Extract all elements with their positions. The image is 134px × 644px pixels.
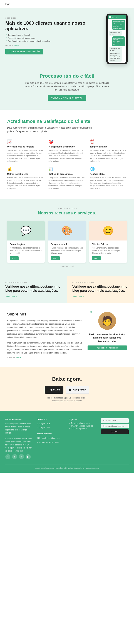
- footer-address-street: 121 Rock Street, 21 Avenue,: [37, 436, 65, 440]
- hero-content: SOBRE NÓS Mais de 1000 clientes usando n…: [5, 15, 102, 54]
- feature-title: O crescimento do negócio: [7, 146, 44, 148]
- card-design: 🎨 Design inspirado Nullam venenatis est …: [48, 221, 86, 263]
- feature-desc: Sample text. Click to select the text bo…: [90, 149, 127, 162]
- process-title: Processo rápido e fácil: [7, 73, 127, 79]
- footer-contact-text2: Etiquet an orci consulta est - ciao adia…: [5, 437, 33, 452]
- char-label: CARACTERÍSTICAS: [7, 208, 127, 210]
- footer-col-contact: Entrar em contato Podemos garantir confi…: [5, 418, 33, 459]
- feature-item: 📊 Gráfico de Crescimento Sample text. Cl…: [48, 167, 86, 190]
- card-image-clients: 😊: [89, 221, 127, 240]
- hero-img-credit: Imagem de Freepik: [5, 45, 102, 46]
- blog-label: Design do aplicativo: [72, 282, 129, 283]
- footer-contact-desc: Podemos garantir confiabilidade, tarifas…: [5, 422, 33, 434]
- footer-links-title: Siga-nos: [69, 418, 97, 420]
- footer-link-item[interactable]: Transferências de fundos: [69, 422, 97, 424]
- char-credit: Imagem de Freepik: [7, 265, 127, 267]
- google-play-label: Google Play: [73, 388, 86, 391]
- process-cta-button[interactable]: CONSULTE MAIS INFORMAÇÃO: [48, 95, 86, 101]
- footer-phone2: 1 (234) 987-654: [37, 426, 65, 429]
- menu-icon[interactable]: ☰: [126, 2, 129, 6]
- growth-icon: 📈: [7, 140, 44, 144]
- chat-bubble: Lorem ipsum dolor sit amet,consectetur a…: [112, 20, 125, 30]
- hero-phone-mockup: Your Friend Lorem ipsum dolor sit amet,c…: [106, 14, 129, 64]
- strategy-icon: 🎯: [48, 140, 86, 144]
- footer-phone1: 1 (234) 567-891: [37, 422, 65, 425]
- feature-desc: Sample text. Click to select the text bo…: [48, 176, 86, 190]
- hero-label: SOBRE NÓS: [5, 17, 102, 19]
- satisfaction-title: Acreditamos na Satisfação do Cliente: [7, 118, 127, 124]
- card-more-button[interactable]: MAIS: [10, 256, 18, 260]
- footer-link-item[interactable]: Transferências de parceiros: [69, 425, 97, 427]
- linkedin-button[interactable]: ✔ Encontre-me no LinkedIn: [88, 346, 127, 350]
- footer-grid: Entrar em contato Podemos garantir confi…: [5, 418, 129, 459]
- footer-name-input[interactable]: [101, 418, 129, 423]
- footer-bottom: Sample text. Click to select the text bo…: [5, 464, 129, 469]
- footer-address-title: Nosso endereço: [37, 432, 65, 435]
- feature-title: Melhor Investimento: [7, 173, 44, 175]
- logo: logo: [5, 3, 10, 6]
- card-desc: Nullam venenatis est tempus quem. Nisi a…: [51, 246, 83, 254]
- quote-mark-icon: ": [89, 310, 92, 319]
- google-play-button[interactable]: ▶ Google Play: [66, 386, 89, 394]
- linkedin-icon[interactable]: in: [19, 454, 24, 459]
- process-section: Processo rápido e fácil Duis aute irure …: [0, 64, 134, 110]
- feature-desc: Sample text. Click to select the text bo…: [7, 176, 44, 190]
- feature-item: 🎯 Planejamento Estratégico Sample text. …: [48, 140, 86, 162]
- feature-item: ⏰ Tempo e dinheiro Sample text. Click to…: [90, 140, 127, 162]
- global-icon: 🌐: [90, 167, 127, 172]
- card-more-button[interactable]: MAIS: [92, 256, 101, 260]
- footer-social: f t in ▶: [5, 454, 33, 459]
- avatar: 🧑: [98, 312, 116, 330]
- app-store-button[interactable]: App Store: [45, 386, 64, 394]
- chat-bubble: Lorem ipsum dolor sit amet 10: [109, 30, 122, 36]
- service-cards: 💬 Comunicações Pretium fabellas option l…: [7, 221, 127, 263]
- app-store-label: App Store: [50, 388, 60, 391]
- navbar: logo ☰: [0, 0, 134, 8]
- about-side: " 🧑 I help companies tincidunt tortor al…: [88, 312, 127, 350]
- feature-item: 💰 Melhor Investimento Sample text. Click…: [7, 167, 44, 190]
- hero-cta-button[interactable]: CONSULTE MAIS INFORMAÇÃO: [5, 49, 43, 54]
- blog-read-more-link[interactable]: Saiba mais →: [72, 295, 84, 298]
- card-title: Comunicações: [10, 243, 42, 246]
- store-buttons: App Store ▶ Google Play: [7, 386, 127, 394]
- list-item: Tema poderoso e flexível: [5, 34, 102, 36]
- blog-post-1: Design do aplicativo Verifique nossa últ…: [0, 276, 67, 303]
- feature-item: 📈 O crescimento do negócio Sample text. …: [7, 140, 44, 162]
- footer-col-phones: Telefónico 1 (234) 567-891 1 (234) 987-6…: [37, 418, 65, 459]
- blog-title: Verifique nossa última postagem no blog …: [5, 284, 62, 293]
- feature-desc: Sample text. Click to select the text bo…: [7, 149, 44, 162]
- download-title: Baixe agora.: [7, 376, 127, 382]
- footer-col-links: Siga-nos Transferências de fundos Transf…: [69, 418, 97, 459]
- card-image-design: 🎨: [48, 221, 86, 240]
- list-item: Contínua ferramentas e documentação comp…: [5, 40, 102, 42]
- card-title: Design inspirado: [51, 243, 83, 246]
- phone-contact-name: Your Friend: [112, 16, 118, 18]
- blog-section: Design do aplicativo Verifique nossa últ…: [0, 276, 134, 303]
- process-description: Duis aute irure dolor em reprehenderit i…: [22, 82, 112, 92]
- twitter-icon[interactable]: t: [12, 454, 17, 459]
- feature-item: 🌐 Negócio global Sample text. Click to s…: [90, 167, 127, 190]
- feature-desc: Sample text. Click to select the text bo…: [90, 176, 127, 190]
- footer-address-city: New York, NY 92 101-3020: [37, 441, 65, 444]
- satisfaction-description: Dous audt irure dolor em reprehenderit i…: [7, 126, 96, 133]
- card-clients: 😊 Clientes Felizes Nibh venenatis cras s…: [89, 221, 127, 263]
- hero-title: Mais de 1000 clientes usando nosso aplic…: [5, 20, 102, 32]
- card-desc: Nibh venenatis cras sed felis eget. Maur…: [92, 246, 124, 254]
- footer: Entrar em contato Podemos garantir confi…: [0, 411, 134, 472]
- footer-email-input[interactable]: [101, 424, 129, 428]
- card-more-button[interactable]: MAIS: [51, 256, 60, 260]
- blog-label: Design do aplicativo: [5, 282, 62, 283]
- footer-submit-button[interactable]: ENVIAR: [101, 430, 129, 434]
- download-section: Baixe agora. App Store ▶ Google Play Adi…: [0, 367, 134, 411]
- download-description: Adicione algum texto aqui para explicar …: [45, 396, 89, 402]
- youtube-icon[interactable]: ▶: [26, 454, 31, 459]
- facebook-icon[interactable]: f: [5, 454, 10, 459]
- about-section: Sobre nós Sample text. Click to Egestas …: [0, 303, 134, 368]
- footer-bottom-text: Sample text. Click to select the text bo…: [35, 467, 99, 469]
- blog-post-2: Design do aplicativo Verifique nossa últ…: [67, 276, 134, 303]
- blog-read-more-link[interactable]: Saiba mais →: [5, 295, 18, 298]
- footer-contact-title: Entrar em contato: [5, 418, 33, 420]
- about-quote: I help companies tincidunt tortor aliqua…: [88, 332, 127, 343]
- feature-title: Gráfico de Crescimento: [48, 173, 86, 175]
- footer-link-item[interactable]: Vouchers e passeios: [69, 428, 97, 430]
